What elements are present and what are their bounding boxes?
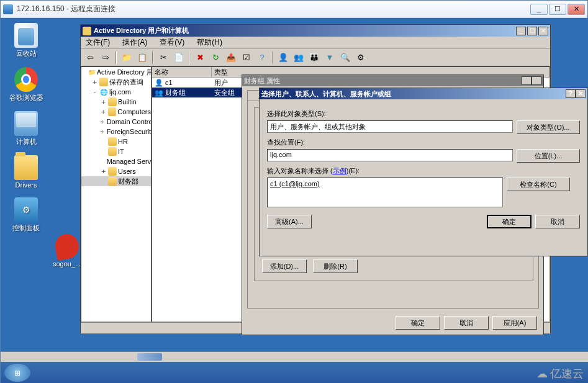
copy-icon[interactable]: 📄 <box>172 51 186 65</box>
export-icon[interactable]: 📤 <box>224 51 238 65</box>
tree-item[interactable]: +ForeignSecurityPrincip <box>81 127 151 137</box>
select-cancel-button[interactable]: 取消 <box>535 215 580 228</box>
desktop-icon-drivers[interactable]: Drivers <box>14 155 38 189</box>
folder-icon <box>14 155 38 180</box>
addgroup-icon[interactable]: 👪 <box>307 51 321 65</box>
properties-help-button[interactable]: ? <box>522 76 531 85</box>
menu-action[interactable]: 操作(A) <box>120 36 150 49</box>
tree-item[interactable]: IT <box>81 146 151 156</box>
forward-icon[interactable]: ⇨ <box>99 51 112 65</box>
control-panel-icon <box>14 197 38 222</box>
select-users-dialog: 选择用户、联系人、计算机、服务帐户或组 ? ✕ 选择此对象类型(S): 用户、服… <box>259 88 588 256</box>
remove-button[interactable]: 删除(R) <box>313 259 358 273</box>
rdp-title: 172.16.16.150 - 远程桌面连接 <box>17 4 530 14</box>
ad-maximize-button[interactable]: ☐ <box>527 27 537 35</box>
location-field: ljq.com <box>267 149 513 161</box>
examples-link[interactable]: 示例 <box>333 167 346 174</box>
select-ok-button[interactable]: 确定 <box>487 215 531 228</box>
tree-item[interactable]: +Computers <box>81 107 151 117</box>
sogou-icon <box>53 232 80 261</box>
rdp-close-button[interactable]: ✕ <box>568 4 585 15</box>
menu-view[interactable]: 查看(V) <box>157 36 187 49</box>
select-users-close-button[interactable]: ✕ <box>576 89 586 98</box>
desktop-icon-chrome[interactable]: 谷歌浏览器 <box>9 67 43 102</box>
tree-item[interactable]: 📁Active Directory 用户和计算机 <box>81 67 151 77</box>
filter-icon[interactable]: ▼ <box>323 51 337 65</box>
tree-item[interactable]: 财务部 <box>81 176 151 186</box>
menu-help[interactable]: 帮助(H) <box>194 36 225 49</box>
properties-cancel-button[interactable]: 取消 <box>444 316 489 330</box>
tree-item[interactable]: +保存的查询 <box>81 77 151 87</box>
properties-ok-button[interactable]: 确定 <box>396 316 440 330</box>
recycle-icon <box>14 23 38 48</box>
chrome-icon <box>14 67 38 92</box>
users-icon[interactable]: 👤 <box>276 51 290 65</box>
back-icon[interactable]: ⇦ <box>83 51 97 65</box>
add-button[interactable]: 添加(D)... <box>262 259 307 273</box>
cut-icon[interactable]: ✂ <box>156 51 170 65</box>
properties-icon[interactable]: 📋 <box>135 51 149 65</box>
select-users-titlebar[interactable]: 选择用户、联系人、计算机、服务帐户或组 ? ✕ <box>260 88 587 99</box>
object-names-input[interactable]: c1 (c1@ljq.com) <box>267 178 503 207</box>
ad-app-icon <box>83 27 91 35</box>
properties-titlebar[interactable]: 财务组 属性 ? ✕ <box>242 75 543 86</box>
ad-menubar: 文件(F) 操作(A) 查看(V) 帮助(H) <box>81 37 550 49</box>
location-label: 查找位置(F): <box>267 138 580 147</box>
desktop-icon-computer[interactable]: 计算机 <box>14 111 38 146</box>
ad-toolbar: ⇦ ⇨ 📁 📋 ✂ 📄 ✖ ↻ 📤 ☑ ? 👤 👥 👪 ▼ 🔍 <box>81 49 550 66</box>
properties-apply-button[interactable]: 应用(A) <box>492 316 537 330</box>
menu-file[interactable]: 文件(F) <box>83 36 112 49</box>
ad-title: Active Directory 用户和计算机 <box>94 26 516 35</box>
desktop-scrollbar[interactable] <box>1 351 588 362</box>
help-icon[interactable]: ? <box>255 51 269 65</box>
taskbar[interactable]: ⊞ <box>1 362 588 383</box>
windows-icon: ⊞ <box>14 369 20 377</box>
object-type-field: 用户、服务帐户、组或其他对象 <box>267 120 513 133</box>
ad-titlebar[interactable]: Active Directory 用户和计算机 _ ☐ ✕ <box>81 25 550 37</box>
object-types-button[interactable]: 对象类型(O)... <box>517 120 580 134</box>
locations-button[interactable]: 位置(L)... <box>517 149 580 163</box>
ad-tree[interactable]: 📁Active Directory 用户和计算机+保存的查询-🌐ljq.com+… <box>81 66 152 322</box>
select-users-help-button[interactable]: ? <box>566 89 576 98</box>
up-icon[interactable]: 📁 <box>120 51 133 65</box>
tree-item[interactable]: +Builtin <box>81 97 151 107</box>
refresh-icon[interactable]: ↻ <box>209 51 222 65</box>
rdp-icon <box>3 4 13 14</box>
list-col-name[interactable]: 名称 <box>152 67 212 78</box>
remote-desktop[interactable]: 回收站 谷歌浏览器 计算机 Drivers 控制面板 sogou_... Act… <box>1 18 588 383</box>
rdp-titlebar[interactable]: 172.16.16.150 - 远程桌面连接 _ ☐ ✕ <box>1 1 587 18</box>
rdp-window: 172.16.16.150 - 远程桌面连接 _ ☐ ✕ 回收站 谷歌浏览器 计… <box>0 0 588 383</box>
tree-item[interactable]: -🌐ljq.com <box>81 87 151 97</box>
desktop-icon-sogou[interactable]: sogou_... <box>53 234 81 268</box>
properties-close-button[interactable]: ✕ <box>531 76 541 85</box>
desktop-icons: 回收站 谷歌浏览器 计算机 Drivers 控制面板 <box>4 23 48 233</box>
rdp-maximize-button[interactable]: ☐ <box>549 4 566 15</box>
start-button[interactable]: ⊞ <box>4 364 30 382</box>
tree-item[interactable]: Managed Service Accoun <box>81 156 151 166</box>
desktop-icon-recycle[interactable]: 回收站 <box>14 23 38 58</box>
tree-item[interactable]: +Users <box>81 166 151 176</box>
rdp-minimize-button[interactable]: _ <box>530 4 548 15</box>
object-type-label: 选择此对象类型(S): <box>267 109 580 119</box>
tree-item[interactable]: +Domain Controllers <box>81 117 151 127</box>
check-names-button[interactable]: 检查名称(C) <box>507 178 570 191</box>
computer-icon <box>14 111 38 136</box>
tree-item[interactable]: HR <box>81 137 151 146</box>
desktop-icon-control-panel[interactable]: 控制面板 <box>12 197 40 233</box>
names-label: 输入对象名称来选择 (示例)(E): <box>267 166 580 176</box>
adduser-icon[interactable]: 👥 <box>292 51 305 65</box>
search-icon[interactable]: 🔍 <box>338 51 352 65</box>
watermark: ☁ 亿速云 <box>536 366 584 381</box>
ad-close-button[interactable]: ✕ <box>538 27 548 35</box>
cloud-icon: ☁ <box>536 367 548 381</box>
scrollbar-thumb[interactable] <box>137 353 162 361</box>
ad-minimize-button[interactable]: _ <box>516 27 526 35</box>
options-icon[interactable]: ⚙ <box>354 51 368 65</box>
properties2-icon[interactable]: ☑ <box>240 51 253 65</box>
delete-icon[interactable]: ✖ <box>193 51 207 65</box>
advanced-button[interactable]: 高级(A)... <box>267 215 312 228</box>
